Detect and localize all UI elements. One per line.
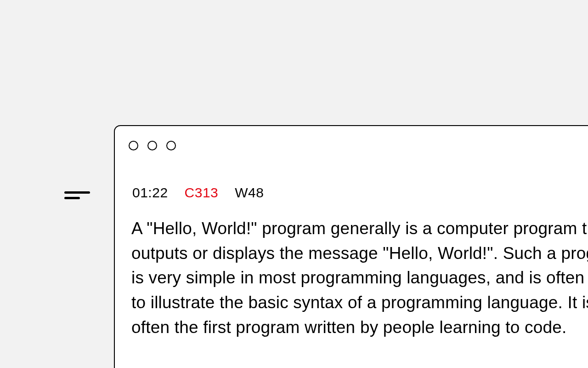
window-controls [129,141,176,150]
stat-words: W48 [235,185,264,201]
stat-chars: C313 [185,185,219,201]
stat-time: 01:22 [132,185,168,201]
editor-body[interactable]: A "Hello, World!" program generally is a… [131,216,588,339]
app-window: 01:22 C313 W48 A "Hello, World!" program… [114,125,588,368]
window-minimize-button[interactable] [147,141,157,150]
window-close-button[interactable] [129,141,138,150]
window-maximize-button[interactable] [166,141,176,150]
menu-icon[interactable] [64,191,90,200]
stats-bar: 01:22 C313 W48 [132,185,264,201]
